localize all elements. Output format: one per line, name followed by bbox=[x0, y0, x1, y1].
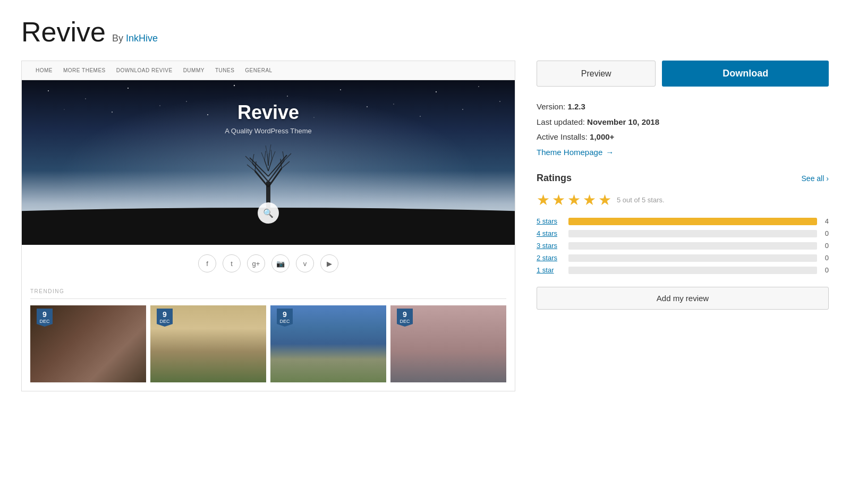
social-icons: f t g+ 📷 v ▶ bbox=[22, 245, 515, 282]
svg-line-38 bbox=[265, 151, 266, 160]
by-label: By bbox=[112, 33, 123, 44]
svg-line-43 bbox=[266, 146, 267, 154]
trending-badge-1: 9DEC bbox=[37, 309, 53, 327]
svg-line-42 bbox=[268, 153, 269, 166]
social-gplus: g+ bbox=[247, 254, 265, 272]
trending-badge-2: 9DEC bbox=[157, 309, 173, 327]
social-vine: v bbox=[296, 254, 314, 272]
social-facebook: f bbox=[198, 254, 216, 272]
rating-bar-count: 4 bbox=[822, 217, 829, 225]
mock-nav-dummy: DUMMY bbox=[178, 65, 210, 75]
social-youtube: ▶ bbox=[320, 254, 338, 272]
ratings-section: Ratings See all › ★ ★ ★ ★ ★ 5 out of 5 s… bbox=[537, 173, 829, 274]
action-buttons: Preview Download bbox=[537, 61, 829, 87]
svg-point-16 bbox=[367, 106, 368, 107]
installs-label: Active Installs: bbox=[537, 132, 588, 141]
rating-bar-label[interactable]: 3 stars bbox=[537, 242, 563, 250]
svg-point-18 bbox=[462, 109, 463, 110]
svg-point-0 bbox=[48, 90, 49, 91]
star-4: ★ bbox=[583, 191, 596, 209]
trending-grid: 9DEC 9DEC 9DEC 9DEC bbox=[30, 305, 506, 382]
installs-row: Active Installs: 1,000+ bbox=[537, 130, 829, 145]
see-all-label: See all bbox=[802, 174, 824, 183]
star-3: ★ bbox=[567, 191, 581, 209]
mock-nav-download: DOWNLOAD REVIVE bbox=[111, 65, 178, 75]
sidebar: Preview Download Version: 1.2.3 Last upd… bbox=[537, 61, 829, 310]
svg-point-10 bbox=[64, 109, 64, 109]
trending-section: TRENDING 9DEC 9DEC 9DEC bbox=[22, 282, 515, 391]
theme-title: Revive bbox=[21, 16, 106, 48]
svg-point-3 bbox=[186, 101, 186, 101]
svg-point-13 bbox=[207, 114, 208, 115]
rating-bar-label[interactable]: 5 stars bbox=[537, 217, 563, 225]
social-twitter: t bbox=[223, 254, 241, 272]
list-item: 9DEC bbox=[270, 305, 386, 382]
star-2: ★ bbox=[552, 191, 565, 209]
download-button[interactable]: Download bbox=[662, 61, 829, 87]
rating-bar-row: 3 stars0 bbox=[537, 242, 829, 250]
svg-point-8 bbox=[436, 91, 437, 92]
rating-bars: 5 stars44 stars03 stars02 stars01 star0 bbox=[537, 217, 829, 274]
rating-bar-label[interactable]: 1 star bbox=[537, 266, 563, 274]
rating-bar-label[interactable]: 4 stars bbox=[537, 229, 563, 237]
svg-point-19 bbox=[499, 101, 500, 102]
rating-bar-track bbox=[568, 242, 817, 250]
mock-nav-tunes: TUNES bbox=[210, 65, 240, 75]
rating-bar-row: 5 stars4 bbox=[537, 217, 829, 225]
star-5: ★ bbox=[598, 191, 611, 209]
rating-bar-count: 0 bbox=[822, 229, 829, 237]
trending-badge-3: 9DEC bbox=[277, 309, 293, 327]
rating-bar-count: 0 bbox=[822, 254, 829, 262]
author-link[interactable]: InkHive bbox=[126, 33, 158, 44]
add-review-button[interactable]: Add my review bbox=[537, 287, 829, 310]
svg-line-44 bbox=[269, 144, 271, 153]
updated-value: November 10, 2018 bbox=[587, 117, 659, 126]
main-layout: HOME MORE THEMES DOWNLOAD REVIVE DUMMY T… bbox=[21, 61, 829, 391]
updated-row: Last updated: November 10, 2018 bbox=[537, 115, 829, 130]
svg-line-40 bbox=[271, 150, 272, 159]
rating-bar-label[interactable]: 2 stars bbox=[537, 254, 563, 262]
stars-text: 5 out of 5 stars. bbox=[617, 196, 665, 204]
rating-bar-row: 1 star0 bbox=[537, 266, 829, 274]
rating-bar-row: 4 stars0 bbox=[537, 229, 829, 237]
svg-line-23 bbox=[252, 163, 268, 182]
list-item: 9DEC bbox=[150, 305, 266, 382]
svg-point-4 bbox=[234, 85, 235, 86]
homepage-arrow: → bbox=[606, 145, 614, 160]
rating-bar-track bbox=[568, 218, 817, 225]
svg-line-37 bbox=[261, 152, 265, 160]
version-row: Version: 1.2.3 bbox=[537, 99, 829, 115]
homepage-link[interactable]: Theme Homepage → bbox=[537, 145, 614, 160]
see-all-arrow: › bbox=[826, 174, 829, 183]
svg-point-12 bbox=[159, 105, 160, 106]
trending-badge-4: 9DEC bbox=[397, 309, 413, 327]
rating-bar-row: 2 stars0 bbox=[537, 254, 829, 262]
trending-label: TRENDING bbox=[30, 282, 506, 299]
mock-nav-general: GENERAL bbox=[240, 65, 277, 75]
homepage-label: Theme Homepage bbox=[537, 145, 602, 160]
page-header: Revive By InkHive bbox=[21, 16, 829, 48]
social-instagram: 📷 bbox=[271, 254, 290, 272]
stars-display: ★ ★ ★ ★ ★ 5 out of 5 stars. bbox=[537, 191, 829, 209]
svg-point-15 bbox=[313, 117, 314, 117]
see-all-link[interactable]: See all › bbox=[802, 174, 829, 183]
svg-point-17 bbox=[420, 116, 420, 116]
rating-bar-fill bbox=[568, 218, 817, 225]
mock-nav-morethemes: MORE THEMES bbox=[58, 65, 111, 75]
mock-hero: Revive A Quality WordPress Theme bbox=[22, 80, 515, 245]
theme-author: By InkHive bbox=[112, 33, 158, 44]
svg-line-39 bbox=[272, 151, 275, 159]
svg-line-22 bbox=[268, 168, 282, 187]
mock-search-icon: 🔍 bbox=[258, 202, 279, 224]
preview-button[interactable]: Preview bbox=[537, 61, 656, 87]
svg-point-2 bbox=[128, 88, 129, 89]
homepage-row: Theme Homepage → bbox=[537, 145, 829, 160]
star-1: ★ bbox=[537, 191, 550, 209]
svg-point-6 bbox=[340, 89, 341, 90]
rating-bar-count: 0 bbox=[822, 242, 829, 250]
meta-info: Version: 1.2.3 Last updated: November 10… bbox=[537, 99, 829, 160]
list-item: 9DEC bbox=[30, 305, 146, 382]
mock-nav: HOME MORE THEMES DOWNLOAD REVIVE DUMMY T… bbox=[22, 61, 515, 80]
svg-point-11 bbox=[112, 112, 113, 113]
rating-bar-track bbox=[568, 230, 817, 237]
